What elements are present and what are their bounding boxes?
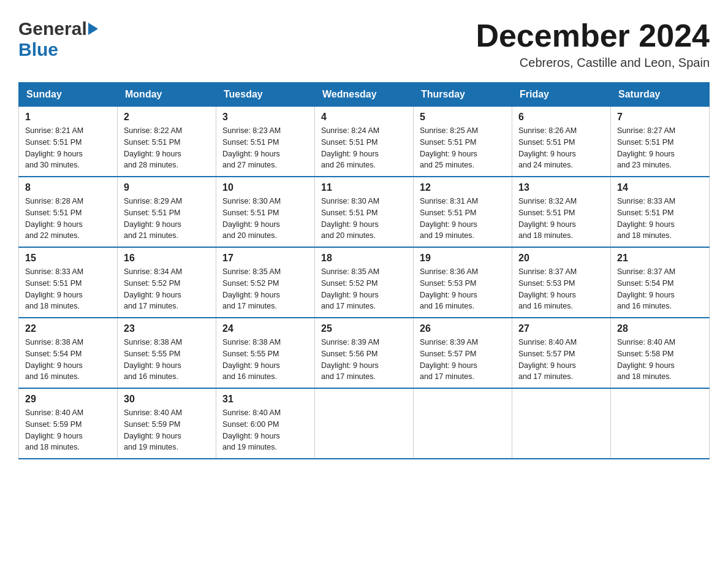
logo: General Blue: [18, 18, 99, 60]
calendar-cell: 3 Sunrise: 8:23 AMSunset: 5:51 PMDayligh…: [216, 107, 315, 177]
day-number: 20: [518, 253, 604, 264]
day-info: Sunrise: 8:27 AMSunset: 5:51 PMDaylight:…: [617, 125, 703, 171]
calendar-cell: [414, 388, 512, 459]
day-info: Sunrise: 8:39 AMSunset: 5:57 PMDaylight:…: [420, 337, 506, 383]
calendar-cell: 22 Sunrise: 8:38 AMSunset: 5:54 PMDaylig…: [19, 318, 118, 388]
day-info: Sunrise: 8:38 AMSunset: 5:54 PMDaylight:…: [25, 337, 111, 383]
calendar-cell: 29 Sunrise: 8:40 AMSunset: 5:59 PMDaylig…: [19, 388, 118, 459]
day-number: 10: [222, 182, 308, 193]
calendar-cell: 7 Sunrise: 8:27 AMSunset: 5:51 PMDayligh…: [611, 107, 710, 177]
calendar-cell: 16 Sunrise: 8:34 AMSunset: 5:52 PMDaylig…: [118, 247, 216, 318]
calendar-cell: 28 Sunrise: 8:40 AMSunset: 5:58 PMDaylig…: [611, 318, 710, 388]
calendar-cell: 24 Sunrise: 8:38 AMSunset: 5:55 PMDaylig…: [216, 318, 315, 388]
day-info: Sunrise: 8:24 AMSunset: 5:51 PMDaylight:…: [321, 125, 407, 171]
month-title: December 2024: [476, 18, 710, 53]
day-number: 27: [518, 323, 604, 334]
day-number: 7: [617, 112, 703, 123]
calendar-cell: 18 Sunrise: 8:35 AMSunset: 5:52 PMDaylig…: [315, 247, 414, 318]
day-info: Sunrise: 8:37 AMSunset: 5:53 PMDaylight:…: [518, 266, 604, 312]
calendar-cell: 31 Sunrise: 8:40 AMSunset: 6:00 PMDaylig…: [216, 388, 315, 459]
calendar-week-row: 22 Sunrise: 8:38 AMSunset: 5:54 PMDaylig…: [19, 318, 710, 388]
day-info: Sunrise: 8:33 AMSunset: 5:51 PMDaylight:…: [617, 196, 703, 242]
calendar-cell: 19 Sunrise: 8:36 AMSunset: 5:53 PMDaylig…: [414, 247, 512, 318]
calendar-cell: [315, 388, 414, 459]
day-info: Sunrise: 8:40 AMSunset: 5:59 PMDaylight:…: [124, 407, 210, 453]
calendar-cell: [611, 388, 710, 459]
calendar-cell: 21 Sunrise: 8:37 AMSunset: 5:54 PMDaylig…: [611, 247, 710, 318]
day-number: 16: [124, 253, 210, 264]
logo-blue-text: Blue: [18, 39, 58, 59]
calendar-cell: 17 Sunrise: 8:35 AMSunset: 5:52 PMDaylig…: [216, 247, 315, 318]
day-number: 5: [420, 112, 506, 123]
day-info: Sunrise: 8:40 AMSunset: 6:00 PMDaylight:…: [222, 407, 308, 453]
calendar-cell: 27 Sunrise: 8:40 AMSunset: 5:57 PMDaylig…: [512, 318, 611, 388]
day-number: 19: [420, 253, 506, 264]
location-subtitle: Cebreros, Castille and Leon, Spain: [476, 56, 710, 70]
day-number: 31: [222, 394, 308, 405]
calendar-cell: 14 Sunrise: 8:33 AMSunset: 5:51 PMDaylig…: [611, 177, 710, 247]
day-number: 13: [518, 182, 604, 193]
calendar-cell: 9 Sunrise: 8:29 AMSunset: 5:51 PMDayligh…: [118, 177, 216, 247]
calendar-week-row: 15 Sunrise: 8:33 AMSunset: 5:51 PMDaylig…: [19, 247, 710, 318]
day-number: 6: [518, 112, 604, 123]
day-number: 23: [124, 323, 210, 334]
day-info: Sunrise: 8:21 AMSunset: 5:51 PMDaylight:…: [25, 125, 111, 171]
day-number: 29: [25, 394, 111, 405]
calendar-cell: 13 Sunrise: 8:32 AMSunset: 5:51 PMDaylig…: [512, 177, 611, 247]
day-number: 1: [25, 112, 111, 123]
calendar-cell: 5 Sunrise: 8:25 AMSunset: 5:51 PMDayligh…: [414, 107, 512, 177]
calendar-cell: 10 Sunrise: 8:30 AMSunset: 5:51 PMDaylig…: [216, 177, 315, 247]
calendar-header-monday: Monday: [118, 83, 216, 107]
calendar-week-row: 8 Sunrise: 8:28 AMSunset: 5:51 PMDayligh…: [19, 177, 710, 247]
calendar-header-saturday: Saturday: [611, 83, 710, 107]
calendar-cell: 12 Sunrise: 8:31 AMSunset: 5:51 PMDaylig…: [414, 177, 512, 247]
day-info: Sunrise: 8:31 AMSunset: 5:51 PMDaylight:…: [420, 196, 506, 242]
day-info: Sunrise: 8:40 AMSunset: 5:58 PMDaylight:…: [617, 337, 703, 383]
day-info: Sunrise: 8:33 AMSunset: 5:51 PMDaylight:…: [25, 266, 111, 312]
day-info: Sunrise: 8:29 AMSunset: 5:51 PMDaylight:…: [124, 196, 210, 242]
day-number: 9: [124, 182, 210, 193]
calendar-week-row: 29 Sunrise: 8:40 AMSunset: 5:59 PMDaylig…: [19, 388, 710, 459]
day-info: Sunrise: 8:22 AMSunset: 5:51 PMDaylight:…: [124, 125, 210, 171]
calendar-header-sunday: Sunday: [19, 83, 118, 107]
day-number: 11: [321, 182, 407, 193]
day-number: 26: [420, 323, 506, 334]
day-number: 15: [25, 253, 111, 264]
calendar-cell: 26 Sunrise: 8:39 AMSunset: 5:57 PMDaylig…: [414, 318, 512, 388]
calendar-header-row: SundayMondayTuesdayWednesdayThursdayFrid…: [19, 83, 710, 107]
day-info: Sunrise: 8:28 AMSunset: 5:51 PMDaylight:…: [25, 196, 111, 242]
title-block: December 2024 Cebreros, Castille and Leo…: [476, 18, 710, 70]
day-info: Sunrise: 8:35 AMSunset: 5:52 PMDaylight:…: [321, 266, 407, 312]
calendar-cell: 1 Sunrise: 8:21 AMSunset: 5:51 PMDayligh…: [19, 107, 118, 177]
day-info: Sunrise: 8:34 AMSunset: 5:52 PMDaylight:…: [124, 266, 210, 312]
day-info: Sunrise: 8:38 AMSunset: 5:55 PMDaylight:…: [222, 337, 308, 383]
day-info: Sunrise: 8:26 AMSunset: 5:51 PMDaylight:…: [518, 125, 604, 171]
page-header: General Blue December 2024 Cebreros, Cas…: [18, 18, 710, 70]
day-info: Sunrise: 8:36 AMSunset: 5:53 PMDaylight:…: [420, 266, 506, 312]
day-info: Sunrise: 8:25 AMSunset: 5:51 PMDaylight:…: [420, 125, 506, 171]
calendar-cell: 11 Sunrise: 8:30 AMSunset: 5:51 PMDaylig…: [315, 177, 414, 247]
day-info: Sunrise: 8:32 AMSunset: 5:51 PMDaylight:…: [518, 196, 604, 242]
calendar-cell: 8 Sunrise: 8:28 AMSunset: 5:51 PMDayligh…: [19, 177, 118, 247]
calendar-header-tuesday: Tuesday: [216, 83, 315, 107]
logo-general-text: General: [18, 18, 87, 39]
calendar-cell: 15 Sunrise: 8:33 AMSunset: 5:51 PMDaylig…: [19, 247, 118, 318]
calendar-week-row: 1 Sunrise: 8:21 AMSunset: 5:51 PMDayligh…: [19, 107, 710, 177]
day-number: 14: [617, 182, 703, 193]
calendar-cell: 2 Sunrise: 8:22 AMSunset: 5:51 PMDayligh…: [118, 107, 216, 177]
day-info: Sunrise: 8:35 AMSunset: 5:52 PMDaylight:…: [222, 266, 308, 312]
day-number: 24: [222, 323, 308, 334]
day-number: 18: [321, 253, 407, 264]
day-info: Sunrise: 8:38 AMSunset: 5:55 PMDaylight:…: [124, 337, 210, 383]
day-info: Sunrise: 8:30 AMSunset: 5:51 PMDaylight:…: [321, 196, 407, 242]
day-number: 17: [222, 253, 308, 264]
day-info: Sunrise: 8:39 AMSunset: 5:56 PMDaylight:…: [321, 337, 407, 383]
calendar-cell: 20 Sunrise: 8:37 AMSunset: 5:53 PMDaylig…: [512, 247, 611, 318]
calendar-cell: 4 Sunrise: 8:24 AMSunset: 5:51 PMDayligh…: [315, 107, 414, 177]
day-number: 4: [321, 112, 407, 123]
calendar-header-friday: Friday: [512, 83, 611, 107]
calendar-header-wednesday: Wednesday: [315, 83, 414, 107]
day-number: 8: [25, 182, 111, 193]
day-info: Sunrise: 8:23 AMSunset: 5:51 PMDaylight:…: [222, 125, 308, 171]
day-info: Sunrise: 8:40 AMSunset: 5:59 PMDaylight:…: [25, 407, 111, 453]
